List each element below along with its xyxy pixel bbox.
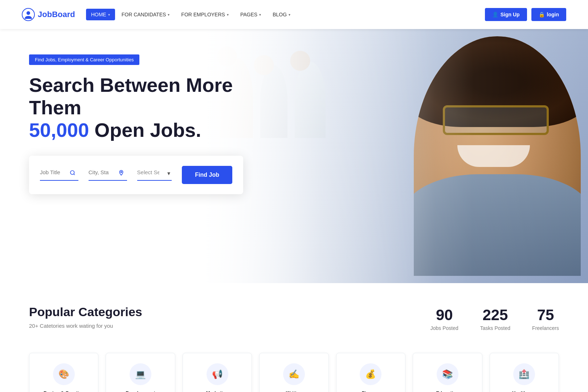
- hero-number: 50,000: [29, 119, 89, 141]
- search-box: Select Sector Technology Healthcare Fina…: [29, 156, 243, 194]
- location-field: [89, 169, 127, 181]
- keyword-input[interactable]: [40, 169, 71, 175]
- lock-icon: 🔒: [539, 12, 545, 17]
- nav-actions: 👤 Sign Up 🔒 login: [485, 8, 566, 21]
- brand-name: JobBoard: [38, 10, 75, 19]
- category-name: Writing: [286, 390, 302, 392]
- sector-select[interactable]: Select Sector Technology Healthcare Fina…: [137, 169, 168, 175]
- category-icon: 💰: [360, 363, 381, 385]
- category-name: Design & Creative: [44, 390, 84, 392]
- popular-categories-title: Popular Categories: [29, 305, 430, 319]
- freelancers-label: Freelancers: [532, 325, 559, 331]
- sector-field: Select Sector Technology Healthcare Fina…: [137, 169, 172, 181]
- jobs-posted-label: Jobs Posted: [430, 325, 458, 331]
- pages-chevron-icon: ▾: [259, 13, 261, 17]
- jobs-posted-number: 90: [430, 306, 458, 324]
- category-icon: 🎨: [53, 363, 75, 385]
- category-card[interactable]: 🎨 Design & Creative: [29, 353, 98, 392]
- nav-links: HOME ▾ FOR CANDIDATES ▾ FOR EMPLOYERS ▾ …: [86, 9, 485, 20]
- category-icon: ✍️: [283, 363, 305, 385]
- categories-heading: Popular Categories 20+ Catetories work w…: [29, 305, 430, 329]
- svg-line-3: [74, 174, 75, 175]
- location-input[interactable]: [89, 169, 120, 175]
- nav-candidates[interactable]: FOR CANDIDATES ▾: [117, 9, 175, 20]
- category-card[interactable]: ✍️ Writing: [259, 353, 328, 392]
- category-icon: 📢: [207, 363, 228, 385]
- hero-content: Find Jobs, Employment & Career Opportuni…: [0, 29, 272, 220]
- keyword-field: [40, 169, 78, 181]
- category-name: Marketing: [206, 390, 228, 392]
- category-card[interactable]: 📚 Education: [413, 353, 482, 392]
- nav-blog[interactable]: BLOG ▾: [268, 9, 295, 20]
- tasks-posted-stat: 225 Tasks Posted: [480, 306, 510, 331]
- candidates-chevron-icon: ▾: [168, 13, 170, 17]
- nav-employers[interactable]: FOR EMPLOYERS ▾: [176, 9, 234, 20]
- categories-row: 🎨 Design & Creative 💻 Development 📢 Mark…: [0, 346, 588, 392]
- stats-group: 90 Jobs Posted 225 Tasks Posted 75 Freel…: [430, 305, 559, 331]
- location-icon: [118, 170, 124, 177]
- stats-section: Popular Categories 20+ Catetories work w…: [0, 283, 588, 346]
- svg-point-4: [121, 172, 122, 173]
- category-icon: 💻: [130, 363, 151, 385]
- freelancers-number: 75: [532, 306, 559, 324]
- search-icon: [70, 170, 75, 177]
- categories-subtitle: 20+ Catetories work wating for you: [29, 323, 430, 329]
- svg-point-2: [70, 171, 74, 175]
- logo[interactable]: JobBoard: [22, 8, 75, 21]
- nav-home[interactable]: HOME ▾: [86, 9, 115, 20]
- tasks-posted-number: 225: [480, 306, 510, 324]
- category-name: Finance: [362, 390, 380, 392]
- category-card[interactable]: 📢 Marketing: [183, 353, 252, 392]
- category-card[interactable]: 💰 Finance: [336, 353, 405, 392]
- signup-button[interactable]: 👤 Sign Up: [485, 8, 527, 21]
- logo-icon: [22, 8, 35, 21]
- category-icon: 🏥: [513, 363, 535, 385]
- tasks-posted-label: Tasks Posted: [480, 325, 510, 331]
- category-card[interactable]: 🏥 Healthcare: [490, 353, 559, 392]
- hero-tag: Find Jobs, Employment & Career Opportuni…: [29, 54, 139, 65]
- login-button[interactable]: 🔒 login: [531, 8, 566, 21]
- hero-section: Find Jobs, Employment & Career Opportuni…: [0, 29, 588, 283]
- employers-chevron-icon: ▾: [227, 13, 229, 17]
- freelancers-stat: 75 Freelancers: [532, 306, 559, 331]
- blog-chevron-icon: ▾: [289, 13, 290, 17]
- find-job-button[interactable]: Find Job: [182, 166, 232, 184]
- navbar: JobBoard HOME ▾ FOR CANDIDATES ▾ FOR EMP…: [0, 0, 588, 29]
- jobs-posted-stat: 90 Jobs Posted: [430, 306, 458, 331]
- svg-point-1: [26, 11, 30, 15]
- hero-title: Search Between More Them 50,000 Open Job…: [29, 74, 243, 141]
- home-chevron-icon: ▾: [108, 13, 110, 17]
- category-name: Development: [126, 390, 155, 392]
- category-card[interactable]: 💻 Development: [106, 353, 175, 392]
- nav-pages[interactable]: PAGES ▾: [235, 9, 266, 20]
- category-name: Education: [436, 390, 459, 392]
- category-name: Healthcare: [512, 390, 536, 392]
- category-icon: 📚: [437, 363, 458, 385]
- user-icon: 👤: [492, 12, 498, 17]
